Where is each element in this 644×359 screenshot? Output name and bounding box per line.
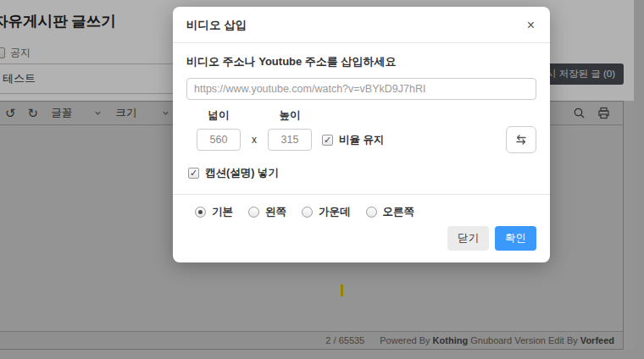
width-label: 넓이 <box>197 108 241 123</box>
dialog-body: 비디오 주소나 Youtube 주소를 삽입하세요 넓이 높이 x 비율 유지 <box>173 43 550 194</box>
align-right-label: 오른쪽 <box>383 205 415 219</box>
dialog-footer: 기본 왼쪽 가운데 오른쪽 닫기 확인 <box>173 194 550 262</box>
radio-left[interactable] <box>248 207 259 218</box>
align-option-right[interactable]: 오른쪽 <box>366 205 415 219</box>
video-insert-dialog: 비디오 삽입 × 비디오 주소나 Youtube 주소를 삽입하세요 넓이 높이… <box>173 7 550 262</box>
keep-ratio-checkbox-row[interactable]: 비율 유지 <box>322 133 384 147</box>
caption-checkbox-row[interactable]: 캡션(설명) 넣기 <box>188 166 279 180</box>
align-center-label: 가운데 <box>319 205 351 219</box>
radio-center[interactable] <box>302 207 313 218</box>
align-option-left[interactable]: 왼쪽 <box>248 205 286 219</box>
page: 자유게시판 글쓰기 공지 임시 저장된 글 (0) ↺ ↻ 글꼴 <box>0 0 644 359</box>
align-left-label: 왼쪽 <box>265 205 286 219</box>
confirm-button[interactable]: 확인 <box>495 226 536 251</box>
align-option-default[interactable]: 기본 <box>195 205 233 219</box>
close-button[interactable]: 닫기 <box>447 226 489 251</box>
times-separator: x <box>241 134 268 146</box>
radio-right[interactable] <box>366 207 377 218</box>
size-block: 넓이 높이 x 비율 유지 <box>197 108 536 153</box>
size-row: x 비율 유지 <box>197 126 536 153</box>
radio-default[interactable] <box>195 207 206 218</box>
alignment-radio-group: 기본 왼쪽 가운데 오른쪽 <box>186 205 536 219</box>
width-input[interactable] <box>197 129 241 151</box>
size-label-gap <box>241 108 268 123</box>
size-labels: 넓이 높이 <box>197 108 536 123</box>
keep-ratio-checkbox[interactable] <box>322 135 333 146</box>
dialog-buttons: 닫기 확인 <box>186 226 536 251</box>
dialog-header: 비디오 삽입 × <box>173 7 550 43</box>
height-input[interactable] <box>268 129 312 151</box>
dialog-title: 비디오 삽입 <box>186 18 247 33</box>
caption-label: 캡션(설명) 넣기 <box>205 166 279 180</box>
align-default-label: 기본 <box>212 205 233 219</box>
close-icon[interactable]: × <box>525 19 536 32</box>
url-label: 비디오 주소나 Youtube 주소를 삽입하세요 <box>186 54 536 69</box>
revert-size-button[interactable] <box>506 126 536 153</box>
swap-icon <box>514 135 528 145</box>
caption-checkbox[interactable] <box>188 168 199 179</box>
align-option-center[interactable]: 가운데 <box>302 205 351 219</box>
video-url-input[interactable] <box>186 78 536 100</box>
height-label: 높이 <box>268 108 312 123</box>
keep-ratio-label: 비율 유지 <box>339 133 384 147</box>
